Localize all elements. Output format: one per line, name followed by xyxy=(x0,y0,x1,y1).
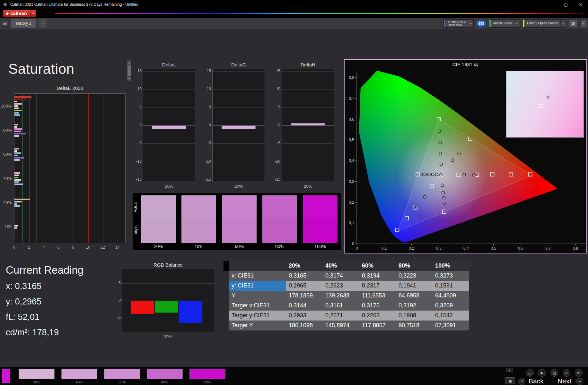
display-control-label: Direct Display Control xyxy=(527,22,558,25)
pattern-window-button[interactable]: ▣ xyxy=(505,377,515,384)
table-cell: 111,6553 xyxy=(359,291,396,301)
scrollbar-thumb[interactable] xyxy=(127,65,131,76)
add-tab-button[interactable]: + xyxy=(39,19,47,28)
reading-y: y: 0,2965 xyxy=(6,297,83,307)
navigation-cluster: ▲ ▢ ▶ ▤ ∞ ⟳ ▣ « Back Next » xyxy=(503,367,587,385)
display-control-selector[interactable]: Direct Display Control ▼ xyxy=(523,19,566,28)
display-icon[interactable]: ▢ xyxy=(526,369,534,377)
row-label[interactable]: x: CIE31 xyxy=(229,271,286,281)
close-button[interactable]: ✕ xyxy=(573,0,588,9)
patch-thumbnail-100%[interactable]: 100% xyxy=(189,369,225,384)
table-cell: 145,8974 xyxy=(322,321,359,330)
patch-thumbnail-20%[interactable]: 20% xyxy=(19,369,55,384)
axis-tick-label: 0 xyxy=(131,123,142,127)
patch-thumbnail-80%[interactable]: 80% xyxy=(147,369,183,384)
svg-text:0,5: 0,5 xyxy=(349,138,354,142)
expand-up-icon[interactable]: ▲ xyxy=(506,368,513,372)
row-label[interactable]: Target x:CIE31 xyxy=(229,301,286,311)
measured-point xyxy=(439,141,442,144)
actual-swatch xyxy=(222,195,257,219)
measured-point xyxy=(415,205,418,208)
row-label[interactable]: Target Y xyxy=(229,321,286,330)
layout-nav-arrow-button[interactable]: ▶ xyxy=(2,20,8,27)
meter-selector[interactable]: X-Rite i1Pro 3 Direct View ▼ xyxy=(443,19,474,28)
meter-accent xyxy=(444,20,445,27)
deltae-bar xyxy=(14,148,19,150)
gridline xyxy=(143,143,195,144)
table-cell: 0,1542 xyxy=(432,311,469,321)
deltae-bar xyxy=(14,157,24,158)
meter-count-badge[interactable]: 633 xyxy=(477,21,486,27)
row-label[interactable]: Y xyxy=(229,291,286,301)
column-header xyxy=(229,261,286,271)
back-chevron-icon[interactable]: « xyxy=(518,378,525,385)
logo-dropdown-caret-icon[interactable]: ▼ xyxy=(30,10,36,17)
row-label[interactable]: Target y:CIE31 xyxy=(229,311,286,321)
table-cell: 0,3192 xyxy=(396,301,432,311)
link-icon[interactable]: ∞ xyxy=(563,369,570,377)
axis-tick-label: 14 xyxy=(114,245,121,250)
column-header: 80% xyxy=(396,261,432,271)
vertical-scrollbar[interactable]: ▲ ▼ xyxy=(127,60,132,81)
collapse-panel-button[interactable]: « xyxy=(580,20,586,27)
svg-text:0,7: 0,7 xyxy=(545,246,551,251)
row-lead xyxy=(224,291,229,301)
chevron-down-icon: ▼ xyxy=(560,20,565,27)
deltae-bar xyxy=(14,131,21,132)
refresh-icon[interactable]: ⟳ xyxy=(575,369,583,377)
target-swatch xyxy=(141,219,176,243)
axis-tick-label: 8 xyxy=(69,245,77,250)
gridline xyxy=(213,162,265,162)
gridline xyxy=(282,125,334,126)
measured-point xyxy=(427,173,430,176)
gridline xyxy=(29,94,30,243)
gridline xyxy=(143,107,195,108)
deltal-chart xyxy=(143,69,195,182)
table-cell: 64,4509 xyxy=(432,291,469,301)
table-cell: 0,3175 xyxy=(359,301,396,311)
next-button[interactable]: Next xyxy=(557,377,571,385)
reading-fl: fL: 52,01 xyxy=(6,312,83,322)
row-label[interactable]: y: CIE31 xyxy=(229,281,286,291)
column-header: 60% xyxy=(359,261,396,271)
table-cell: 0,1941 xyxy=(396,281,432,291)
calman-logo-button[interactable]: ◈ calman ▼ xyxy=(3,10,36,17)
patch-thumbnail-40%[interactable]: 40% xyxy=(61,369,97,384)
saturation-swatch xyxy=(181,195,216,243)
gridline xyxy=(213,89,265,90)
play-icon[interactable]: ▶ xyxy=(538,369,546,377)
row-label: 80% xyxy=(0,128,12,133)
gridline xyxy=(143,180,195,180)
measured-point xyxy=(438,130,441,133)
save-icon[interactable]: ▤ xyxy=(550,369,558,377)
deltae-row-labels: 100%80%60%40%20%100 xyxy=(1,93,13,243)
deltae-bar xyxy=(14,133,26,134)
source-accent xyxy=(489,20,491,27)
deltae-bar xyxy=(14,201,22,202)
axis-tick-label: 10 xyxy=(201,87,211,91)
tab-history-1[interactable]: History 1 xyxy=(11,19,36,28)
swatch-percent-label: 20% xyxy=(141,244,176,249)
patch-thumbnail-60%[interactable]: 60% xyxy=(104,369,140,384)
back-button[interactable]: Back xyxy=(529,377,544,385)
axis-tick-label: -10 xyxy=(131,159,142,164)
scroll-up-icon[interactable]: ▲ xyxy=(127,60,131,65)
saturation-swatch xyxy=(222,195,257,243)
axis-tick-label: 0 xyxy=(10,245,18,250)
axis-tick-label: 10 xyxy=(131,87,142,91)
row-label: 60% xyxy=(0,152,12,157)
minimize-button[interactable]: – xyxy=(544,0,558,9)
measured-point xyxy=(442,191,444,194)
deltae-bar xyxy=(14,172,20,174)
settings-gear-button[interactable]: ⚙ xyxy=(569,20,577,27)
calman-app-icon xyxy=(3,2,8,7)
gridline xyxy=(213,107,265,108)
next-chevron-icon[interactable]: » xyxy=(576,378,583,385)
thumbnail-swatch xyxy=(147,369,183,379)
maximize-button[interactable]: ▢ xyxy=(558,0,573,9)
gridline xyxy=(213,180,265,180)
source-selector[interactable]: Mobile Forge ▼ xyxy=(489,19,520,28)
table-cell: 0,3174 xyxy=(322,271,359,281)
scroll-down-icon[interactable]: ▼ xyxy=(127,76,131,81)
svg-text:0,3: 0,3 xyxy=(349,179,354,184)
